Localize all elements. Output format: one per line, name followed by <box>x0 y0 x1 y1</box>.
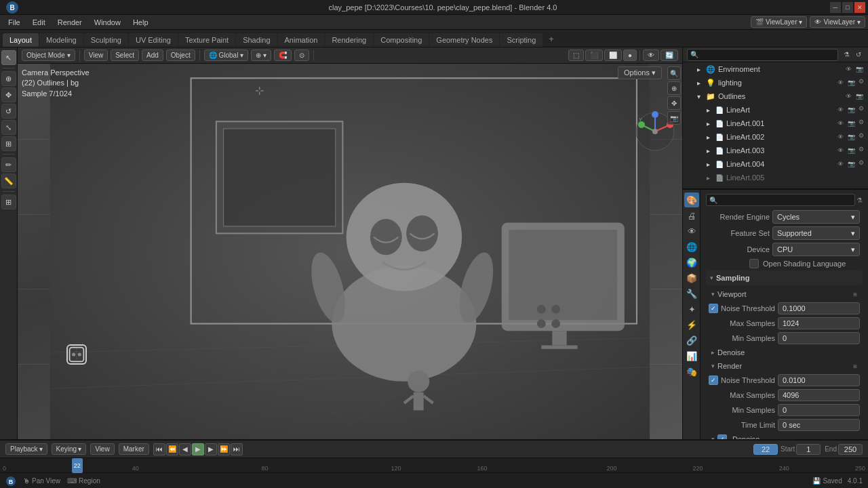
camera-button[interactable]: 📷 <box>667 111 681 125</box>
select-menu[interactable]: Select <box>111 49 139 61</box>
tab-rendering[interactable]: Rendering <box>325 33 373 47</box>
jump-end-button[interactable]: ⏭ <box>231 443 243 455</box>
next-frame-button[interactable]: ▶ <box>205 443 217 455</box>
prop-tab-data[interactable]: 📊 <box>684 348 699 363</box>
render-icon-2[interactable]: 📷 <box>846 78 856 87</box>
tool-rotate[interactable]: ↺ <box>1 104 16 119</box>
tool-cursor[interactable]: ⊕ <box>1 71 16 86</box>
viewport-shading-rendered[interactable]: ● <box>623 49 637 61</box>
prop-tab-modifier[interactable]: 🔧 <box>684 286 699 301</box>
min-samples-viewport-value[interactable]: 0 <box>778 332 860 344</box>
object-menu[interactable]: Object <box>166 49 195 61</box>
noise-threshold-viewport-checkbox[interactable]: ✓ <box>709 304 718 313</box>
viewport-gizmo[interactable]: 🔄 <box>660 49 678 61</box>
tab-uv-editing[interactable]: UV Editing <box>129 33 178 47</box>
snap-toggle[interactable]: 🧲 <box>274 49 292 61</box>
tool-scale[interactable]: ⤡ <box>1 120 16 135</box>
scene-selector[interactable]: 🎬 ViewLayer ▾ <box>751 16 808 28</box>
tab-shading[interactable]: Shading <box>236 33 277 47</box>
render-icon-3[interactable]: 📷 <box>854 92 864 101</box>
prop-tab-render[interactable]: 🎨 <box>684 192 699 207</box>
view-menu-timeline[interactable]: View <box>90 443 115 455</box>
visibility-icon-4[interactable]: 👁 <box>835 105 845 115</box>
prop-tab-view-layer[interactable]: 👁 <box>684 224 699 239</box>
add-menu[interactable]: Add <box>142 49 163 61</box>
menu-help[interactable]: Help <box>127 17 154 28</box>
pan-button[interactable]: ✥ <box>667 96 681 110</box>
jump-start-button[interactable]: ⏮ <box>153 443 165 455</box>
playback-menu[interactable]: Playback ▾ <box>5 443 47 455</box>
denoise-render-section[interactable]: ▾ ✓ Denoise <box>706 432 863 439</box>
outliner-item-outlines[interactable]: ▾ 📁 Outlines 👁 📷 <box>683 89 868 103</box>
start-frame[interactable]: 1 <box>796 444 821 455</box>
playhead-marker[interactable]: 22 <box>72 458 83 473</box>
jump-prev-button[interactable]: ⏪ <box>166 443 178 455</box>
tab-geometry-nodes[interactable]: Geometry Nodes <box>429 33 499 47</box>
menu-file[interactable]: File <box>3 17 26 28</box>
prop-search[interactable]: 🔍 <box>706 194 855 206</box>
tab-scripting[interactable]: Scripting <box>500 33 542 47</box>
render-icon-4[interactable]: 📷 <box>846 105 856 115</box>
frame-ruler[interactable]: 0 22 40 80 120 160 200 220 240 250 <box>0 458 868 472</box>
noise-threshold-render-value[interactable]: 0.0100 <box>778 374 860 386</box>
outliner-item-lineart[interactable]: ▸ 📄 LineArt 👁 📷 ⚙ <box>683 103 868 117</box>
filter-icon[interactable]: ⚗ <box>841 49 852 60</box>
render-subsection[interactable]: ▾ Render ≡ <box>706 359 863 373</box>
maximize-button[interactable]: □ <box>842 2 853 13</box>
prop-tab-constraints[interactable]: 🔗 <box>684 333 699 348</box>
viewlayer-selector[interactable]: 👁 ViewLayer ▾ <box>810 16 865 28</box>
outliner-search[interactable]: 🔍 <box>687 49 838 61</box>
view-menu[interactable]: View <box>84 49 108 61</box>
zoom-in-icon[interactable]: 🔍 <box>667 66 681 80</box>
outliner-item-lineart003[interactable]: ▸ 📄 LineArt.003 👁 📷 ⚙ <box>683 144 868 157</box>
proportional-edit[interactable]: ⊙ <box>294 49 309 61</box>
tool-move[interactable]: ✥ <box>1 87 16 102</box>
osl-checkbox[interactable] <box>749 259 759 268</box>
prop-tab-output[interactable]: 🖨 <box>684 208 699 223</box>
outliner-item-lineart002[interactable]: ▸ 📄 LineArt.002 👁 📷 ⚙ <box>683 130 868 144</box>
min-samples-render-value[interactable]: 0 <box>778 404 860 416</box>
viewport-overlay[interactable]: 👁 <box>643 49 659 61</box>
tab-compositing[interactable]: Compositing <box>374 33 429 47</box>
sync-icon[interactable]: ↺ <box>853 49 864 60</box>
current-frame[interactable]: 22 <box>753 444 778 455</box>
tool-transform[interactable]: ⊞ <box>1 136 16 151</box>
noise-threshold-viewport-value[interactable]: 0.1000 <box>778 302 860 314</box>
prev-frame-button[interactable]: ◀ <box>179 443 191 455</box>
viewport-shading-wire[interactable]: ⬚ <box>568 49 584 61</box>
menu-window[interactable]: Window <box>89 17 126 28</box>
sampling-section-header[interactable]: ▾ Sampling <box>706 270 863 285</box>
denoise-viewport-section[interactable]: ▸ Denoise <box>706 346 863 359</box>
close-button[interactable]: ✕ <box>854 2 865 13</box>
transform-global[interactable]: 🌐 Global ▾ <box>204 49 248 61</box>
end-frame[interactable]: 250 <box>838 444 863 455</box>
viewport-shading-material[interactable]: ⬜ <box>604 49 622 61</box>
outliner-item-lineart005[interactable]: ▸ 📄 LineArt.005 <box>683 171 868 184</box>
max-samples-viewport-value[interactable]: 1024 <box>778 317 860 329</box>
render-engine-dropdown[interactable]: Cycles ▾ <box>772 210 860 224</box>
visibility-icon-5[interactable]: 👁 <box>835 119 845 128</box>
tab-add-button[interactable]: + <box>543 31 559 47</box>
tab-animation[interactable]: Animation <box>278 33 325 47</box>
zoom-button[interactable]: ⊕ <box>667 81 681 95</box>
minimize-button[interactable]: ─ <box>830 2 841 13</box>
viewport-options-button[interactable]: Options ▾ <box>618 66 662 79</box>
visibility-icon[interactable]: 👁 <box>844 64 853 74</box>
max-samples-render-value[interactable]: 4096 <box>778 389 860 401</box>
pivot-point[interactable]: ⊕ ▾ <box>251 49 271 61</box>
prop-tab-scene[interactable]: 🌐 <box>684 239 699 254</box>
device-dropdown[interactable]: CPU ▾ <box>772 243 860 256</box>
tool-annotate[interactable]: ✏ <box>1 157 16 172</box>
prop-tab-world[interactable]: 🌍 <box>684 255 699 270</box>
prop-tab-material[interactable]: 🎭 <box>684 364 699 379</box>
tool-add[interactable]: ⊞ <box>1 195 16 209</box>
outliner-item-environment[interactable]: ▸ 🌐 Envirnoment 👁 📷 <box>683 62 868 76</box>
viewport-shading-solid[interactable]: ⬛ <box>585 49 603 61</box>
menu-edit[interactable]: Edit <box>27 17 51 28</box>
tool-select[interactable]: ↖ <box>1 50 16 65</box>
outliner-item-lighting[interactable]: ▸ 💡 lighting 👁 📷 ⚙ <box>683 76 868 89</box>
outliner-item-lineart004[interactable]: ▸ 📄 LineArt.004 👁 📷 ⚙ <box>683 157 868 171</box>
menu-render[interactable]: Render <box>52 17 87 28</box>
prop-filter-icon[interactable]: ⚗ <box>856 197 863 204</box>
object-mode-dropdown[interactable]: Object Mode▾ <box>22 49 75 61</box>
